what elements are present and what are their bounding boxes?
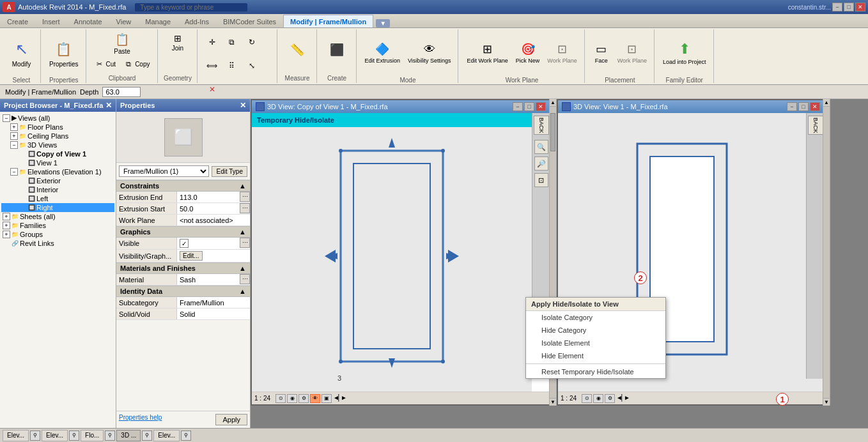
material-value[interactable]: Sash bbox=[177, 274, 240, 285]
tab-bimcoder[interactable]: BIMCoder Suites bbox=[216, 15, 283, 27]
tab-modify[interactable]: Modify | Frame/Mullion bbox=[283, 15, 373, 27]
graphics-section[interactable]: Graphics ▲ bbox=[116, 226, 250, 238]
view1-settings-btn[interactable]: ⚙ bbox=[298, 394, 309, 403]
array-btn[interactable]: ⠿ bbox=[222, 54, 242, 77]
search-input[interactable] bbox=[140, 4, 242, 11]
view1-title-bar[interactable]: 3D View: Copy of View 1 - M_Fixed.rfa − … bbox=[252, 100, 550, 113]
view2-close-btn[interactable]: ✕ bbox=[810, 102, 820, 111]
measure-btn[interactable]: 📏 bbox=[286, 31, 309, 69]
type-dropdown[interactable]: Frame/Mullion (1) bbox=[119, 165, 209, 177]
tree-item-3d-views[interactable]: − 📁 3D Views bbox=[1, 141, 114, 149]
tree-item-ceiling-plans[interactable]: + 📁 Ceiling Plans bbox=[1, 132, 114, 141]
tree-item-groups[interactable]: + 📁 Groups bbox=[1, 230, 114, 239]
expand-3d-views[interactable]: − bbox=[10, 141, 18, 149]
tree-item-interior[interactable]: 🔲 Interior bbox=[1, 185, 114, 194]
tree-item-view1[interactable]: 🔲 View 1 bbox=[1, 158, 114, 167]
tree-item-right[interactable]: 🔲 Right bbox=[1, 203, 114, 212]
tree-item-exterior[interactable]: 🔲 Exterior bbox=[1, 176, 114, 185]
context-menu-isolate-element[interactable]: Isolate Element bbox=[526, 337, 665, 349]
copy-btn[interactable]: ⧉ Copy bbox=[120, 57, 153, 70]
vscroll-thumb[interactable] bbox=[550, 113, 555, 151]
expand-families[interactable]: + bbox=[3, 222, 10, 229]
edit-work-plane-btn[interactable]: ⊞ Edit Work Plane bbox=[463, 31, 511, 75]
expand-elevations[interactable]: − bbox=[10, 168, 18, 176]
extrusion-start-btn[interactable]: ⋯ bbox=[240, 203, 250, 213]
extrusion-start-input[interactable] bbox=[180, 205, 237, 213]
tab-manage[interactable]: Manage bbox=[138, 15, 178, 27]
tree-item-elevations[interactable]: − 📁 Elevations (Elevation 1) bbox=[1, 167, 114, 176]
cut-btn[interactable]: ✂ Cut bbox=[91, 57, 120, 70]
show-workplane-btn[interactable]: ⊡ Work Plane bbox=[544, 31, 580, 75]
tab-view[interactable]: View bbox=[109, 15, 139, 27]
view2-vscroll-up[interactable]: ▲ bbox=[823, 99, 830, 107]
view2-min-btn[interactable]: − bbox=[787, 102, 797, 111]
constraints-section[interactable]: Constraints ▲ bbox=[116, 180, 250, 192]
search-bar[interactable] bbox=[135, 3, 247, 11]
expand-floor-plans[interactable]: + bbox=[10, 123, 18, 131]
view1-hide-btn[interactable]: 👁 bbox=[310, 394, 320, 403]
taskbar-icon-2[interactable]: ⚲ bbox=[105, 431, 115, 441]
expand-views-all[interactable]: − bbox=[3, 114, 10, 122]
visibility-settings-btn[interactable]: 👁 Visibility Settings bbox=[405, 31, 454, 75]
taskbar-item-3[interactable]: 3D ... bbox=[116, 430, 141, 441]
context-menu-reset[interactable]: Reset Temporary Hide/Isolate bbox=[526, 365, 665, 378]
view1-fit-btn[interactable]: ⊡ bbox=[534, 173, 548, 187]
expand-ceiling-plans[interactable]: + bbox=[10, 132, 18, 140]
extrusion-start-value[interactable] bbox=[177, 203, 240, 214]
face-btn[interactable]: ▭ Face bbox=[590, 31, 613, 75]
move-btn[interactable]: ✛ bbox=[203, 31, 222, 54]
tab-insert[interactable]: Insert bbox=[35, 15, 67, 27]
tree-item-views-all[interactable]: − ▶ Views (all) bbox=[1, 113, 114, 123]
taskbar-item-0[interactable]: Elev... bbox=[3, 430, 29, 441]
visibility-edit-btn[interactable]: Edit... bbox=[180, 251, 203, 261]
taskbar-item-2[interactable]: Flo... bbox=[81, 430, 104, 441]
taskbar-icon-4[interactable]: ⚲ bbox=[181, 431, 191, 441]
view2-snap-btn[interactable]: ⊙ bbox=[582, 394, 592, 403]
taskbar-item-1[interactable]: Elev... bbox=[42, 430, 68, 441]
view1-max-btn[interactable]: □ bbox=[524, 102, 534, 111]
copy-tool-btn[interactable]: ⧉ bbox=[222, 31, 242, 54]
close-btn[interactable]: ✕ bbox=[855, 3, 865, 11]
view1-zoom-btn[interactable]: 🔍 bbox=[534, 140, 548, 154]
edit-extrusion-btn[interactable]: 🔷 Edit Extrusion bbox=[362, 31, 404, 75]
view1-nav-btn[interactable]: ◉ bbox=[287, 394, 297, 403]
scale-btn[interactable]: ⤡ bbox=[242, 54, 261, 77]
tree-item-copy-view1[interactable]: 🔲 Copy of View 1 bbox=[1, 149, 114, 158]
context-menu-hide-category[interactable]: Hide Category bbox=[526, 324, 665, 337]
visible-btn[interactable]: ⋯ bbox=[240, 238, 250, 248]
tree-item-revit-links[interactable]: 🔗 Revit Links bbox=[1, 239, 114, 248]
edit-type-btn[interactable]: Edit Type bbox=[212, 166, 247, 177]
taskbar-item-4[interactable]: Elev... bbox=[153, 430, 180, 441]
properties-help-link[interactable]: Properties help bbox=[119, 414, 162, 425]
apply-btn[interactable]: Apply bbox=[215, 414, 247, 425]
view1-snap-btn[interactable]: ⊙ bbox=[275, 394, 286, 403]
view2-vscrollbar[interactable]: ▲ ▼ bbox=[823, 99, 830, 406]
visible-checkbox[interactable]: ✓ bbox=[180, 239, 189, 248]
materials-section[interactable]: Materials and Finishes ▲ bbox=[116, 263, 250, 274]
pick-new-btn[interactable]: 🎯 Pick New bbox=[513, 31, 543, 75]
view1-close-btn[interactable]: ✕ bbox=[536, 102, 546, 111]
view2-settings-btn[interactable]: ⚙ bbox=[605, 394, 615, 403]
tree-item-left[interactable]: 🔲 Left bbox=[1, 194, 114, 203]
tree-item-families[interactable]: + 📁 Families bbox=[1, 221, 114, 230]
view2-title-bar[interactable]: 3D View: View 1 - M_Fixed.rfa − □ ✕ bbox=[558, 100, 824, 113]
load-into-project-btn[interactable]: ⬆ Load into Project bbox=[660, 31, 709, 75]
extrusion-end-btn[interactable]: ⋯ bbox=[240, 192, 250, 202]
tab-annotate[interactable]: Annotate bbox=[67, 15, 109, 27]
workplane-place-btn[interactable]: ⊡ Work Plane bbox=[614, 31, 650, 75]
view2-back-btn[interactable]: BACK bbox=[808, 116, 823, 135]
properties-btn[interactable]: 📋 Properties bbox=[46, 31, 82, 75]
tree-item-floor-plans[interactable]: + 📁 Floor Plans bbox=[1, 123, 114, 132]
project-browser-close[interactable]: ✕ bbox=[105, 101, 112, 110]
mirror-btn[interactable]: ⟺ bbox=[203, 54, 222, 77]
properties-panel-close[interactable]: ✕ bbox=[240, 101, 246, 110]
view2-vscroll-down[interactable]: ▼ bbox=[823, 398, 830, 406]
tree-item-sheets[interactable]: + 📁 Sheets (all) bbox=[1, 212, 114, 221]
extrusion-end-value[interactable] bbox=[177, 192, 240, 202]
tab-extra[interactable]: ▼ bbox=[376, 19, 390, 27]
tab-addins[interactable]: Add-Ins bbox=[178, 15, 216, 27]
depth-input[interactable] bbox=[102, 87, 141, 97]
taskbar-icon-0[interactable]: ⚲ bbox=[30, 431, 40, 441]
join-btn[interactable]: ⊞ Join bbox=[166, 31, 189, 54]
material-btn[interactable]: ⋯ bbox=[240, 274, 250, 284]
